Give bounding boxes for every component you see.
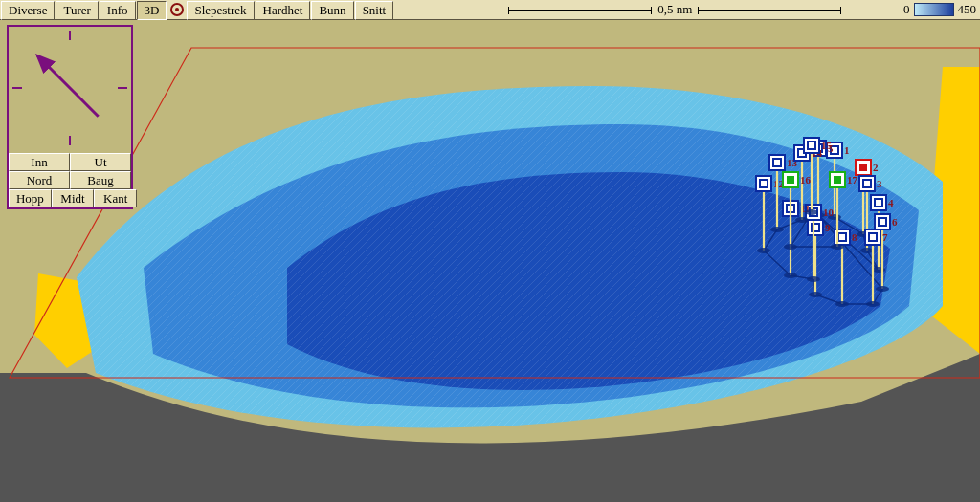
marker-label-10: 10 (823, 207, 835, 218)
marker-label-15: 15 (821, 140, 833, 151)
depth-legend: 0 450 (903, 0, 980, 19)
marker-label-4: 4 (888, 197, 894, 208)
nav-midt-button[interactable]: Midt (52, 189, 95, 207)
svg-point-38 (807, 276, 820, 282)
marker-label-16: 16 (800, 174, 812, 186)
svg-rect-15 (871, 195, 886, 210)
marker-6[interactable] (875, 214, 890, 229)
nav-kant-button[interactable]: Kant (94, 189, 137, 207)
toolbar-info-button[interactable]: Info (100, 1, 136, 20)
toolbar-3d-button[interactable]: 3D (137, 1, 167, 20)
svg-point-30 (835, 301, 849, 307)
toolbar-diverse-button[interactable]: Diverse (1, 1, 55, 20)
svg-point-26 (866, 301, 880, 307)
nav-baug-button[interactable]: Baug (70, 171, 131, 189)
marker-label-8: 8 (852, 231, 858, 243)
marker-13[interactable] (769, 155, 785, 170)
depth-min: 0 (903, 2, 910, 17)
svg-line-75 (37, 55, 99, 117)
marker-9[interactable] (808, 220, 823, 235)
svg-point-22 (876, 286, 889, 292)
marker-7[interactable] (865, 229, 880, 245)
top-toolbar: DiverseTurerInfo3D SlepestrekHardhetBunn… (0, 0, 980, 20)
svg-rect-23 (875, 214, 890, 229)
nav-nord-button[interactable]: Nord (9, 171, 70, 189)
marker-label-7: 7 (882, 231, 888, 243)
marker-label-6: 6 (892, 216, 898, 228)
svg-point-54 (795, 217, 809, 223)
svg-point-50 (770, 227, 784, 232)
marker-label-17: 17 (847, 174, 858, 186)
marker-2[interactable] (856, 160, 871, 175)
target-icon[interactable] (168, 1, 186, 18)
svg-rect-59 (804, 138, 819, 153)
marker-4[interactable] (871, 195, 886, 210)
marker-16[interactable] (783, 172, 798, 187)
compass[interactable] (11, 29, 129, 151)
viewport-3d[interactable]: 1234567891011121314151617 (0, 19, 980, 502)
marker-17[interactable] (830, 172, 845, 187)
nav-ut-button[interactable]: Ut (70, 153, 131, 171)
nav-hopp-button[interactable]: Hopp (9, 189, 52, 207)
nav-panel: InnUt NordBaug HoppMidtKant (7, 25, 133, 209)
marker-label-3: 3 (877, 178, 882, 189)
toolbar-hardhet-button[interactable]: Hardhet (256, 1, 311, 20)
svg-rect-51 (769, 155, 785, 170)
svg-point-62 (784, 244, 797, 250)
toolbar-turer-button[interactable]: Turer (56, 1, 98, 20)
marker-label-9: 9 (825, 222, 831, 233)
svg-rect-68 (834, 176, 841, 184)
scale-bar: 0,5 nm (508, 0, 841, 19)
svg-point-66 (831, 244, 844, 250)
svg-rect-27 (865, 229, 880, 245)
toolbar-snitt-button[interactable]: Snitt (355, 1, 394, 20)
depth-max: 450 (958, 2, 977, 17)
nav-inn-button[interactable]: Inn (9, 153, 70, 171)
svg-point-70 (175, 8, 179, 11)
svg-rect-35 (808, 220, 823, 235)
svg-point-42 (784, 273, 797, 278)
depth-gradient (914, 3, 954, 16)
marker-15[interactable] (804, 138, 819, 153)
svg-rect-64 (787, 176, 794, 184)
svg-point-58 (805, 209, 818, 215)
svg-point-46 (757, 248, 770, 253)
toolbar-bunn-button[interactable]: Bunn (311, 1, 353, 20)
scale-label: 0,5 nm (652, 2, 698, 17)
marker-label-1: 1 (844, 144, 850, 156)
svg-rect-11 (859, 176, 875, 191)
marker-12[interactable] (756, 176, 771, 191)
svg-rect-47 (756, 176, 771, 191)
marker-3[interactable] (859, 176, 875, 191)
svg-rect-8 (859, 164, 867, 171)
marker-label-2: 2 (873, 162, 879, 173)
toolbar-slepetrekk-button[interactable]: Slepestrek (187, 1, 254, 20)
svg-point-34 (809, 292, 822, 297)
